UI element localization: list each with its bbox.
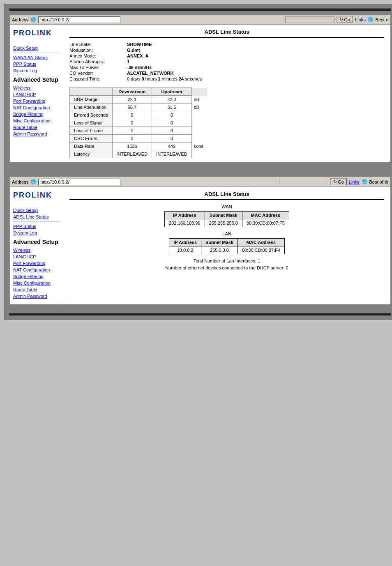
address-field-1[interactable]: http://10.0.0.2/: [38, 16, 120, 23]
sidebar-item-wireless-1[interactable]: Wireless: [13, 85, 60, 90]
row-upstream-4: 0: [152, 127, 192, 135]
url-text-2: http://10.0.0.2/: [40, 179, 69, 184]
col-header-unit: [191, 88, 208, 96]
go-button-2[interactable]: ↻ Go: [330, 178, 347, 185]
sidebar2-quick-setup[interactable]: Quick Setup: [13, 208, 60, 213]
row-upstream-3: 0: [152, 119, 192, 127]
content-area-2: PROLiNK Quick Setup ADSL Line Status PPP…: [10, 187, 390, 304]
dropdown-2[interactable]: [279, 179, 328, 185]
startup-value: 1: [127, 59, 129, 64]
row-unit-2: [191, 111, 208, 119]
sidebar-item-admin-1[interactable]: Admin Password: [13, 131, 60, 136]
stats-row-4: Loss of Frame 0 0: [70, 127, 208, 135]
sidebar2-admin[interactable]: Admin Password: [13, 294, 60, 299]
row-unit-4: [191, 127, 208, 135]
advanced-setup-title-2: Advanced Setup: [13, 239, 60, 245]
browser-window-1: Address 🌐 http://10.0.0.2/ ↻ Go Links 🌐 …: [9, 14, 391, 163]
stats-row-2: Errored Seconds 0 0: [70, 111, 208, 119]
sidebar2-wireless[interactable]: Wireless: [13, 248, 60, 253]
address-right-1: ↻ Go Links 🌐 Best o: [285, 16, 388, 23]
modulation-value: G.dmt: [127, 48, 140, 53]
wan-subnet: 255.255.255.0: [205, 219, 242, 227]
row-downstream-4: 0: [112, 127, 152, 135]
wan-col-subnet: Subnet Mask: [205, 212, 242, 219]
lan-table: IP Address Subnet Mask MAC Address 10.0.…: [169, 238, 285, 254]
address-bar-2: Address 🌐 http://10.0.0.2/ ↻ Go Links 🌐 …: [10, 177, 390, 187]
sidebar-item-nat-1[interactable]: NAT Configuration: [13, 105, 60, 110]
startup-label: Startup Attempts:: [69, 59, 127, 64]
links-btn-2[interactable]: Links: [349, 179, 360, 184]
sidebar2-landhcp[interactable]: LAN/DHCP: [13, 254, 60, 259]
stats-row-7: Latency INTERLEAVED INTERLEAVED: [70, 150, 208, 158]
sidebar-item-bridge-1[interactable]: Bridge Filtering: [13, 112, 60, 117]
row-downstream-6: 1536: [112, 143, 152, 150]
sidebar-item-landhcp-1[interactable]: LAN/DHCP: [13, 92, 60, 97]
row-unit-0: dB: [191, 96, 208, 104]
stats-row-5: CRC Errors 0 0: [70, 135, 208, 143]
sidebar2-bridge[interactable]: Bridge Filtering: [13, 274, 60, 279]
row-unit-5: [191, 135, 208, 143]
sidebar-item-ppp[interactable]: PPP Status: [13, 62, 60, 67]
row-downstream-3: 0: [112, 119, 152, 127]
row-downstream-2: 0: [112, 111, 152, 119]
stats-row-1: Line Attenuation 58.7 31.5 dB: [70, 104, 208, 111]
sidebar-sep-1: [13, 53, 60, 53]
row-label-4: Loss of Frame: [70, 127, 113, 135]
main-content-1: ADSL Line Status Line State: SHOWTIME Mo…: [63, 25, 390, 162]
best-of-1: Best o: [376, 17, 388, 22]
row-downstream-7: INTERLEAVED: [112, 150, 152, 158]
sidebar-item-syslog[interactable]: System Log: [13, 68, 60, 73]
lan-heading: LAN: [69, 231, 384, 236]
elapsed-value: 0 days 0 hours 1 minutes 24 seconds: [127, 76, 202, 81]
dropdown-1[interactable]: [285, 16, 334, 23]
logo-1: PROLiNK: [13, 29, 60, 39]
address-field-2[interactable]: http://10.0.0.2/: [38, 179, 120, 185]
wan-col-mac: MAC Address: [242, 212, 289, 219]
row-label-0: SNR Margin: [70, 96, 113, 104]
modulation-label: Modulation:: [69, 48, 127, 53]
wan-heading: WAN: [69, 204, 384, 209]
lan-subnet: 255.0.0.0: [201, 246, 238, 254]
max-tx-label: Max Tx Power:: [69, 65, 127, 70]
sidebar2-portfwd[interactable]: Port Forwarding: [13, 261, 60, 266]
line-state-label: Line State:: [69, 42, 127, 47]
row-downstream-0: 22.1: [112, 96, 152, 104]
go-button-1[interactable]: ↻ Go: [337, 16, 353, 23]
sidebar-item-route-1[interactable]: Route Table: [13, 125, 60, 130]
row-unit-6: kops: [191, 143, 208, 150]
total-lan-info: Total Number of Lan Interfaces: 1: [69, 258, 384, 263]
browser-window-2: Address 🌐 http://10.0.0.2/ ↻ Go Links 🌐 …: [9, 176, 391, 305]
sidebar2-ppp[interactable]: PPP Status: [13, 224, 60, 229]
stats-row-0: SNR Margin 22.1 22.0 dB: [70, 96, 208, 104]
row-downstream-5: 0: [112, 135, 152, 143]
page-title-1: ADSL Line Status: [69, 29, 384, 38]
lan-ip: 10.0.0.2: [169, 246, 201, 254]
co-vendor-label: CO Vendor:: [69, 71, 127, 76]
co-vendor-value: ALCATEL_NETWORK: [127, 71, 173, 76]
row-label-7: Latency: [70, 150, 113, 158]
row-unit-3: [191, 119, 208, 127]
max-tx-value: -38 dBm/Hz: [127, 65, 152, 70]
col-header-upstream: Upstream: [152, 88, 192, 96]
lan-col-subnet: Subnet Mask: [201, 239, 238, 246]
dhcp-info: Number of ethernet devices connected to …: [69, 265, 384, 270]
sidebar-item-wan-lan[interactable]: WAN/LAN Status: [13, 55, 60, 60]
sidebar-item-misc-1[interactable]: Misc Configuration: [13, 118, 60, 123]
sidebar-item-portfwd-1[interactable]: Port Forwarding: [13, 99, 60, 104]
sidebar2-syslog[interactable]: System Log: [13, 230, 60, 235]
sidebar2-route[interactable]: Route Table: [13, 287, 60, 292]
lan-row: 10.0.0.2 255.0.0.0 00:30:CD:00:07:F4: [169, 246, 285, 254]
url-text-1: http://10.0.0.2/: [40, 17, 69, 22]
address-label-1: Address: [12, 17, 28, 22]
row-label-6: Data Rate: [70, 143, 113, 150]
annex-mode-value: ANNEX_A: [127, 53, 149, 58]
sidebar-item-quick-setup[interactable]: Quick Setup: [13, 46, 60, 51]
sidebar2-nat[interactable]: NAT Configuration: [13, 267, 60, 272]
stats-row-3: Loss of Signal 0 0: [70, 119, 208, 127]
wan-row: 202.166.108.99 255.255.255.0 00:30:CD:00…: [165, 219, 289, 227]
row-upstream-7: INTERLEAVED: [152, 150, 192, 158]
sidebar2-misc[interactable]: Misc Configuration: [13, 281, 60, 285]
links-btn-1[interactable]: Links: [355, 17, 366, 22]
sidebar2-adsl-status[interactable]: ADSL Line Status: [13, 214, 60, 219]
row-unit-1: dB: [191, 104, 208, 111]
